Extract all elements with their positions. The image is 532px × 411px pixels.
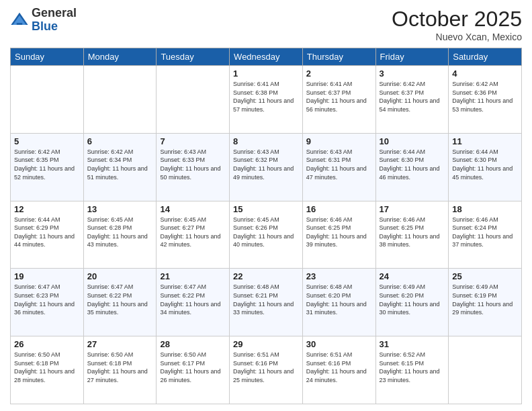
day-info: Sunrise: 6:44 AM Sunset: 6:30 PM Dayligh… [452, 148, 518, 181]
day-number: 27 [87, 339, 153, 349]
day-cell-1: 1Sunrise: 6:41 AM Sunset: 6:38 PM Daylig… [230, 66, 303, 134]
day-info: Sunrise: 6:41 AM Sunset: 6:38 PM Dayligh… [233, 80, 299, 113]
day-number: 26 [14, 339, 80, 349]
logo-text: General Blue [32, 7, 77, 34]
day-cell-4: 4Sunrise: 6:42 AM Sunset: 6:36 PM Daylig… [449, 66, 522, 134]
day-number: 4 [452, 68, 518, 79]
day-number: 2 [306, 68, 372, 79]
day-number: 17 [380, 204, 445, 214]
empty-cell [449, 336, 522, 404]
day-info: Sunrise: 6:47 AM Sunset: 6:23 PM Dayligh… [14, 283, 80, 316]
day-number: 23 [306, 271, 372, 281]
day-info: Sunrise: 6:49 AM Sunset: 6:20 PM Dayligh… [380, 283, 445, 316]
col-header-sunday: Sunday [11, 48, 84, 66]
day-info: Sunrise: 6:42 AM Sunset: 6:37 PM Dayligh… [380, 80, 445, 113]
month-title: October 2025 [392, 7, 522, 32]
col-header-tuesday: Tuesday [157, 48, 230, 66]
day-cell-23: 23Sunrise: 6:48 AM Sunset: 6:20 PM Dayli… [302, 269, 375, 336]
day-number: 20 [87, 271, 153, 281]
col-header-wednesday: Wednesday [230, 48, 303, 66]
day-info: Sunrise: 6:51 AM Sunset: 6:16 PM Dayligh… [233, 351, 299, 384]
day-cell-16: 16Sunrise: 6:46 AM Sunset: 6:25 PM Dayli… [302, 201, 375, 269]
col-header-thursday: Thursday [302, 48, 375, 66]
day-info: Sunrise: 6:42 AM Sunset: 6:36 PM Dayligh… [452, 80, 518, 113]
day-cell-2: 2Sunrise: 6:41 AM Sunset: 6:37 PM Daylig… [302, 66, 375, 134]
day-number: 25 [452, 271, 518, 281]
day-cell-19: 19Sunrise: 6:47 AM Sunset: 6:23 PM Dayli… [11, 269, 84, 336]
header-row: SundayMondayTuesdayWednesdayThursdayFrid… [11, 48, 522, 66]
empty-cell [157, 66, 230, 134]
day-cell-10: 10Sunrise: 6:44 AM Sunset: 6:30 PM Dayli… [375, 133, 449, 201]
day-cell-27: 27Sunrise: 6:50 AM Sunset: 6:18 PM Dayli… [83, 336, 157, 404]
day-number: 30 [306, 339, 372, 349]
day-info: Sunrise: 6:48 AM Sunset: 6:20 PM Dayligh… [306, 283, 372, 316]
day-number: 16 [306, 204, 372, 214]
col-header-saturday: Saturday [449, 48, 522, 66]
day-number: 19 [14, 271, 80, 281]
header: General Blue October 2025 Nuevo Xcan, Me… [10, 7, 522, 42]
title-block: October 2025 Nuevo Xcan, Mexico [392, 7, 522, 42]
day-info: Sunrise: 6:43 AM Sunset: 6:31 PM Dayligh… [306, 148, 372, 181]
day-cell-8: 8Sunrise: 6:43 AM Sunset: 6:32 PM Daylig… [230, 133, 303, 201]
day-number: 21 [160, 271, 226, 281]
day-number: 22 [233, 271, 299, 281]
day-info: Sunrise: 6:41 AM Sunset: 6:37 PM Dayligh… [306, 80, 372, 113]
day-info: Sunrise: 6:45 AM Sunset: 6:28 PM Dayligh… [87, 216, 153, 249]
day-cell-25: 25Sunrise: 6:49 AM Sunset: 6:19 PM Dayli… [449, 269, 522, 336]
day-info: Sunrise: 6:44 AM Sunset: 6:30 PM Dayligh… [380, 148, 445, 181]
day-info: Sunrise: 6:42 AM Sunset: 6:34 PM Dayligh… [87, 148, 153, 181]
day-cell-7: 7Sunrise: 6:43 AM Sunset: 6:33 PM Daylig… [157, 133, 230, 201]
day-info: Sunrise: 6:52 AM Sunset: 6:15 PM Dayligh… [380, 351, 445, 384]
day-info: Sunrise: 6:47 AM Sunset: 6:22 PM Dayligh… [160, 283, 226, 316]
day-info: Sunrise: 6:50 AM Sunset: 6:18 PM Dayligh… [14, 351, 80, 384]
day-number: 8 [233, 136, 299, 146]
day-cell-5: 5Sunrise: 6:42 AM Sunset: 6:35 PM Daylig… [11, 133, 84, 201]
day-cell-11: 11Sunrise: 6:44 AM Sunset: 6:30 PM Dayli… [449, 133, 522, 201]
calendar-table: SundayMondayTuesdayWednesdayThursdayFrid… [10, 48, 522, 404]
day-cell-13: 13Sunrise: 6:45 AM Sunset: 6:28 PM Dayli… [83, 201, 157, 269]
day-info: Sunrise: 6:44 AM Sunset: 6:29 PM Dayligh… [14, 216, 80, 249]
day-cell-20: 20Sunrise: 6:47 AM Sunset: 6:22 PM Dayli… [83, 269, 157, 336]
logo-blue-text: Blue [32, 19, 58, 33]
day-info: Sunrise: 6:50 AM Sunset: 6:18 PM Dayligh… [87, 351, 153, 384]
day-info: Sunrise: 6:47 AM Sunset: 6:22 PM Dayligh… [87, 283, 153, 316]
day-cell-26: 26Sunrise: 6:50 AM Sunset: 6:18 PM Dayli… [11, 336, 84, 404]
week-row-1: 1Sunrise: 6:41 AM Sunset: 6:38 PM Daylig… [11, 66, 522, 134]
day-number: 14 [160, 204, 226, 214]
day-number: 29 [233, 339, 299, 349]
day-number: 24 [380, 271, 445, 281]
day-info: Sunrise: 6:48 AM Sunset: 6:21 PM Dayligh… [233, 283, 299, 316]
day-number: 5 [14, 136, 80, 146]
day-info: Sunrise: 6:45 AM Sunset: 6:27 PM Dayligh… [160, 216, 226, 249]
day-number: 15 [233, 204, 299, 214]
day-cell-30: 30Sunrise: 6:51 AM Sunset: 6:16 PM Dayli… [302, 336, 375, 404]
day-info: Sunrise: 6:46 AM Sunset: 6:25 PM Dayligh… [380, 216, 445, 249]
day-info: Sunrise: 6:50 AM Sunset: 6:17 PM Dayligh… [160, 351, 226, 384]
day-info: Sunrise: 6:51 AM Sunset: 6:16 PM Dayligh… [306, 351, 372, 384]
day-cell-3: 3Sunrise: 6:42 AM Sunset: 6:37 PM Daylig… [375, 66, 449, 134]
day-cell-18: 18Sunrise: 6:46 AM Sunset: 6:24 PM Dayli… [449, 201, 522, 269]
day-number: 11 [452, 136, 518, 146]
day-number: 28 [160, 339, 226, 349]
day-info: Sunrise: 6:43 AM Sunset: 6:32 PM Dayligh… [233, 148, 299, 181]
day-number: 13 [87, 204, 153, 214]
day-cell-9: 9Sunrise: 6:43 AM Sunset: 6:31 PM Daylig… [302, 133, 375, 201]
week-row-5: 26Sunrise: 6:50 AM Sunset: 6:18 PM Dayli… [11, 336, 522, 404]
week-row-2: 5Sunrise: 6:42 AM Sunset: 6:35 PM Daylig… [11, 133, 522, 201]
day-info: Sunrise: 6:49 AM Sunset: 6:19 PM Dayligh… [452, 283, 518, 316]
day-cell-21: 21Sunrise: 6:47 AM Sunset: 6:22 PM Dayli… [157, 269, 230, 336]
day-cell-28: 28Sunrise: 6:50 AM Sunset: 6:17 PM Dayli… [157, 336, 230, 404]
logo: General Blue [10, 7, 77, 34]
day-info: Sunrise: 6:43 AM Sunset: 6:33 PM Dayligh… [160, 148, 226, 181]
day-number: 3 [380, 68, 445, 79]
day-number: 7 [160, 136, 226, 146]
day-cell-24: 24Sunrise: 6:49 AM Sunset: 6:20 PM Dayli… [375, 269, 449, 336]
day-number: 12 [14, 204, 80, 214]
logo-general-text: General [32, 6, 77, 19]
day-info: Sunrise: 6:45 AM Sunset: 6:26 PM Dayligh… [233, 216, 299, 249]
day-number: 31 [380, 339, 445, 349]
week-row-4: 19Sunrise: 6:47 AM Sunset: 6:23 PM Dayli… [11, 269, 522, 336]
col-header-friday: Friday [375, 48, 449, 66]
location-subtitle: Nuevo Xcan, Mexico [392, 32, 522, 42]
day-cell-12: 12Sunrise: 6:44 AM Sunset: 6:29 PM Dayli… [11, 201, 84, 269]
